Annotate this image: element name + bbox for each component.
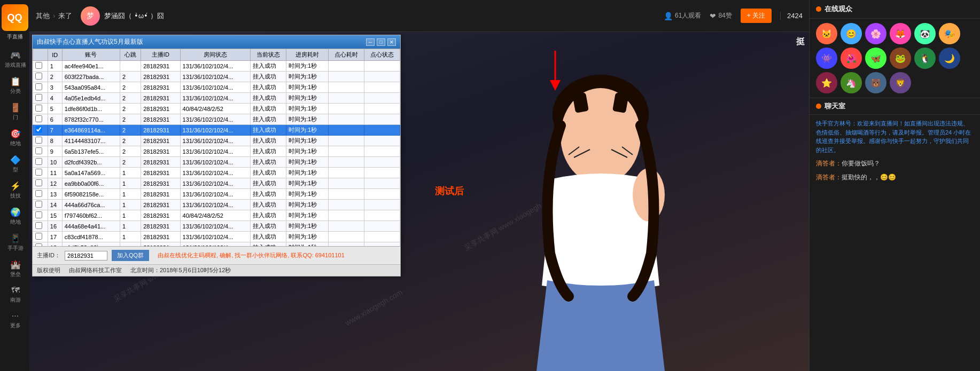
table-row[interactable]: 9 6a5b137efe5... 2 28182931 131/36/102/1… [33,146,400,157]
row-checkbox[interactable] [33,157,48,168]
user-avatar[interactable]: 🌺 [841,48,862,69]
row-checkbox[interactable] [33,210,48,221]
table-row[interactable]: 4 4a05e1edb4d... 2 28182931 131/36/102/1… [33,93,400,104]
row-checkbox[interactable] [33,136,48,146]
table-row[interactable]: 8 41144483107... 2 28182931 131/36/102/1… [33,136,400,146]
row-id: 14 [48,200,62,210]
table-row[interactable]: 13 6f59082158e... 1 28182931 131/36/102/… [33,189,400,200]
row-room-status: 131/36/102/102/4... [180,200,250,210]
tool-table-body: 1 ac4fee940e1... 28182931 131/36/102/102… [33,61,400,247]
streamer-id-input[interactable] [65,251,107,261]
user-avatar[interactable]: ⭐ [816,72,837,93]
minimize-button[interactable]: ─ [366,38,375,46]
row-checkbox[interactable] [33,93,48,104]
maximize-button[interactable]: □ [377,38,385,46]
row-click-status [364,168,400,178]
row-checkbox[interactable] [33,104,48,114]
row-enter-time: 时间为:1秒 [286,189,329,200]
table-row[interactable]: 1 ac4fee940e1... 28182931 131/36/102/102… [33,61,400,72]
user-avatar[interactable]: 🦄 [841,72,862,93]
sidebar-item-skill[interactable]: ⚡ 技技 [0,178,29,203]
row-checkbox[interactable] [33,168,48,178]
user-avatar[interactable]: 🦊 [890,23,911,44]
table-row[interactable]: 12 ea9bb0a00f6... 1 28182931 131/36/102/… [33,178,400,189]
sidebar-item-category[interactable]: 📋 分类 [0,73,29,98]
sidebar-item-fortress[interactable]: 🏰 堡垒 [0,256,29,281]
user-avatar[interactable]: 😊 [841,23,862,44]
col-room-status: 房间状态 [180,49,250,61]
user-avatar[interactable]: 🎭 [939,23,960,44]
table-row[interactable]: 5 1dfe86f0d1b... 2 28182931 40/84/2/48/2… [33,104,400,114]
follow-button[interactable]: + 关注 [741,9,772,23]
row-click-status [364,114,400,125]
sidebar-item-type[interactable]: 🔷 型 [0,152,29,177]
table-row[interactable]: 17 c83cdf41878... 1 28182931 131/36/102/… [33,232,400,242]
sidebar-item-more[interactable]: ··· 更多 [0,308,29,333]
table-row[interactable]: 16 444a68e4a41... 1 28182931 131/36/102/… [33,221,400,232]
row-heartbeat: 1 [120,232,141,242]
sidebar-item-handheld[interactable]: 📱 手手游 [0,230,29,255]
join-group-button[interactable]: 加入QQ群 [112,250,149,261]
col-id: ID [48,49,62,61]
sidebar-item-absolute[interactable]: 🎯 绝地 [0,125,29,151]
row-id: 13 [48,189,62,200]
table-row[interactable]: 18 c1d5b53e83b... 28182931 131/36/102/10… [33,242,400,247]
company-label: 由叔网络科技工作室 [69,266,122,274]
user-avatar[interactable]: 🐧 [914,48,936,69]
row-checkbox[interactable] [33,221,48,232]
row-checkbox[interactable] [33,200,48,210]
user-avatar[interactable]: 🌸 [865,23,886,44]
row-checkbox[interactable] [33,232,48,242]
sidebar-item-game-live[interactable]: 🎮 游戏直播 [0,47,29,72]
user-avatar[interactable]: 🐻 [865,72,886,93]
logo[interactable]: QQ [2,4,28,31]
row-heartbeat: 2 [120,93,141,104]
user-avatar[interactable]: 🌙 [939,48,960,69]
user-avatar[interactable]: 🐼 [914,23,936,44]
row-enter-time: 时间为:1秒 [286,232,329,242]
row-click-status [364,104,400,114]
row-checkbox[interactable] [33,82,48,93]
sidebar-item-label: 堡垒 [10,271,21,278]
row-enter-time: 时间为:1秒 [286,114,329,125]
user-avatar[interactable]: 🐸 [890,48,911,69]
row-streamer-id: 28182931 [141,104,180,114]
user-avatar[interactable]: 🦋 [865,48,886,69]
likes-icon: ❤ [710,12,716,20]
row-current-status: 挂入成功 [250,210,286,221]
user-avatar[interactable]: 🐱 [816,23,837,44]
row-account: c83cdf41878... [62,232,120,242]
row-current-status: 挂入成功 [250,61,286,72]
row-checkbox[interactable] [33,72,48,82]
table-row[interactable]: 2 603f227bada... 2 28182931 131/36/102/1… [33,72,400,82]
user-avatar[interactable]: 🦁 [890,72,911,93]
top-right-label: 挺 [796,36,805,48]
video-area: 采享共事网 www.xiaagegh.com 采享共事网 www.xiaageg… [29,32,809,371]
row-checkbox[interactable] [33,146,48,157]
row-room-status: 131/36/102/102/4... [180,93,250,104]
sidebar-item-travel[interactable]: 🗺 南游 [0,282,29,307]
row-checkbox[interactable] [33,178,48,189]
table-row[interactable]: 15 f797460bf62... 1 28182931 40/84/2/48/… [33,210,400,221]
table-row[interactable]: 3 543aa095a84... 2 28182931 131/36/102/1… [33,82,400,93]
sidebar-item-absolute2[interactable]: 🌍 绝地 [0,204,29,229]
row-checkbox[interactable] [33,125,48,136]
sidebar-item-door[interactable]: 🚪 门 [0,99,29,124]
table-row[interactable]: 11 5a0a147a569... 1 28182931 131/36/102/… [33,168,400,178]
tool-table-container[interactable]: ID 账号 心跳 主播ID 房间状态 当前状态 进房耗时 点心耗时 点心状态 [33,49,400,246]
row-streamer-id: 28182931 [141,82,180,93]
table-row[interactable]: 14 444a66d76ca... 1 28182931 131/36/102/… [33,200,400,210]
close-button[interactable]: ✕ [387,38,396,46]
row-current-status: 挂入成功 [250,200,286,210]
table-row[interactable]: 10 d2fcdf4392b... 2 28182931 131/36/102/… [33,157,400,168]
table-row[interactable]: 7 e364869114a... 2 28182931 131/36/102/1… [33,125,400,136]
table-row[interactable]: 6 8782f32c770... 2 28182931 131/36/102/1… [33,114,400,125]
user-avatar[interactable]: 👾 [816,48,837,69]
row-checkbox[interactable] [33,189,48,200]
row-checkbox[interactable] [33,114,48,125]
likes-count: 84赞 [718,11,732,20]
row-checkbox[interactable] [33,61,48,72]
row-current-status: 挂入成功 [250,114,286,125]
row-checkbox[interactable] [33,242,48,247]
row-streamer-id: 28182931 [141,189,180,200]
